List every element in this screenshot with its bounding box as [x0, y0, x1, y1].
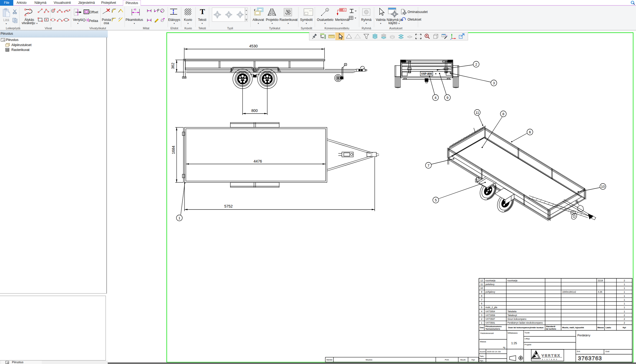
- svg-text:Takalevyt: Takalevyt: [507, 314, 517, 317]
- svg-text:4: 4: [434, 96, 436, 100]
- svg-text:5: 5: [481, 306, 482, 309]
- svg-text:1: 1: [624, 283, 625, 286]
- svg-text:1: 1: [624, 306, 625, 309]
- svg-text:12: 12: [480, 279, 483, 282]
- svg-text:Projekti: Projekti: [524, 343, 531, 346]
- svg-text:3763763: 3763763: [578, 355, 602, 361]
- svg-text:Uusi: Uusi: [605, 350, 609, 353]
- svg-text:Pvm: Pvm: [445, 359, 449, 361]
- svg-text:2: 2: [624, 279, 625, 282]
- svg-text:1: 1: [624, 287, 625, 289]
- svg-text:3: 3: [481, 314, 482, 317]
- svg-text:Muoto, malli, lujuuslkk: Muoto, malli, lujuuslkk: [562, 326, 584, 329]
- svg-text:Osa: Osa: [480, 326, 484, 329]
- svg-text:Muutt.: Muutt.: [460, 359, 466, 361]
- svg-text:5752: 5752: [224, 204, 233, 208]
- svg-text:Mittakaava: Mittakaava: [508, 332, 518, 334]
- svg-text:1: 1: [481, 321, 482, 324]
- svg-text:11: 11: [481, 283, 483, 286]
- svg-text:1: 1: [624, 302, 625, 305]
- svg-text:VXT3597: VXT3597: [485, 318, 495, 320]
- svg-text:7: 7: [481, 298, 482, 301]
- svg-text:1: 1: [624, 310, 625, 313]
- svg-text:VXT3591: VXT3591: [485, 321, 495, 324]
- svg-text:Yleistoleranssit: Yleistoleranssit: [480, 332, 494, 334]
- svg-text:1684: 1684: [171, 146, 176, 154]
- svg-text:1: 1: [178, 216, 180, 220]
- svg-text:Takalaita: Takalaita: [507, 310, 517, 313]
- svg-text:2: 2: [475, 62, 477, 66]
- svg-text:Massa: Massa: [597, 326, 604, 329]
- svg-text:1840x1841x2: 1840x1841x2: [562, 291, 576, 293]
- svg-text:ruuvisarja: ruuvisarja: [485, 279, 495, 282]
- svg-text:Merkki: Merkki: [326, 359, 332, 361]
- svg-text:6: 6: [529, 130, 531, 134]
- svg-text:VXT3054: VXT3054: [485, 310, 495, 313]
- svg-text:2: 2: [624, 318, 625, 320]
- svg-text:Sivun kokoonpano: Sivun kokoonpano: [507, 318, 526, 320]
- svg-text:2219: 2219: [598, 279, 603, 282]
- svg-text:Peräkärry: Peräkärry: [577, 334, 590, 337]
- svg-text:6: 6: [481, 302, 482, 305]
- svg-text:muki_2_pla: muki_2_pla: [485, 306, 497, 309]
- svg-text:8: 8: [481, 295, 482, 297]
- svg-text:2: 2: [624, 321, 625, 324]
- svg-text:Osan tai kokoonpanoryhmän kuva: Osan tai kokoonpanoryhmän kuvaus: [508, 326, 543, 329]
- svg-text:kg: kg: [503, 346, 505, 349]
- svg-text:Kpl: Kpl: [623, 326, 626, 329]
- svg-text:9: 9: [446, 96, 448, 100]
- svg-text:Muutos: Muutos: [366, 359, 373, 361]
- svg-text:5: 5: [435, 198, 437, 202]
- svg-text:4: 4: [481, 310, 482, 313]
- svg-text:10: 10: [480, 287, 483, 289]
- svg-text:7: 7: [427, 163, 429, 167]
- svg-text:2: 2: [481, 318, 482, 320]
- svg-text:4.26: 4.26: [598, 291, 602, 293]
- svg-text:4476: 4476: [253, 159, 262, 163]
- svg-text:4530: 4530: [249, 44, 257, 48]
- svg-text:VXP-800: VXP-800: [421, 72, 432, 75]
- svg-text:SYSTEMS: SYSTEMS: [542, 359, 558, 360]
- svg-text:1: 1: [624, 295, 625, 297]
- svg-text:Hyv.: Hyv.: [480, 359, 484, 362]
- svg-text:1:25: 1:25: [511, 342, 517, 345]
- svg-text:1: 1: [327, 9, 328, 11]
- svg-text:8: 8: [502, 112, 504, 116]
- svg-text:45: 45: [133, 8, 136, 11]
- svg-text:Tark.: Tark.: [480, 355, 484, 357]
- svg-text:VERTEX: VERTEX: [542, 353, 561, 357]
- svg-text:Massa: Massa: [480, 340, 486, 343]
- svg-text:362: 362: [171, 63, 175, 69]
- svg-text:9: 9: [481, 291, 482, 293]
- svg-text:1: 1: [624, 298, 625, 301]
- svg-text:Laatu: Laatu: [606, 326, 611, 329]
- svg-text:1: 1: [624, 291, 625, 293]
- svg-text:2: 2: [624, 314, 625, 317]
- svg-text:Tuote: Tuote: [524, 331, 530, 334]
- svg-text:3: 3: [493, 81, 495, 85]
- svg-text:Hyv: Hyv: [472, 359, 475, 361]
- svg-text:2025-03-19 JSI: 2025-03-19 JSI: [487, 350, 501, 353]
- svg-text:11: 11: [475, 111, 479, 115]
- svg-text:Ent.: Ent.: [577, 350, 580, 353]
- svg-text:Standardi: Standardi: [546, 325, 555, 328]
- svg-text:800: 800: [251, 108, 258, 113]
- svg-text:tai luettelo: tai luettelo: [546, 328, 556, 330]
- svg-text:Peräkärryn laidan sivukokoonpa: Peräkärryn laidan sivukokoonpano: [507, 321, 543, 324]
- svg-text:Suunn: Suunn: [480, 350, 486, 353]
- svg-text:pohjalevy: pohjalevy: [485, 291, 495, 293]
- svg-text:ruuvisarja: ruuvisarja: [507, 279, 517, 282]
- svg-text:Tunnusnumero: Tunnusnumero: [485, 328, 500, 330]
- svg-text:VXT3059: VXT3059: [485, 314, 495, 317]
- svg-text:Piirustusnumero: Piirustusnumero: [485, 325, 502, 328]
- svg-text:10: 10: [601, 185, 605, 189]
- svg-text:peitelevy: peitelevy: [485, 283, 495, 286]
- svg-text:Liittyy: Liittyy: [524, 337, 530, 340]
- svg-text:A: A: [344, 9, 345, 11]
